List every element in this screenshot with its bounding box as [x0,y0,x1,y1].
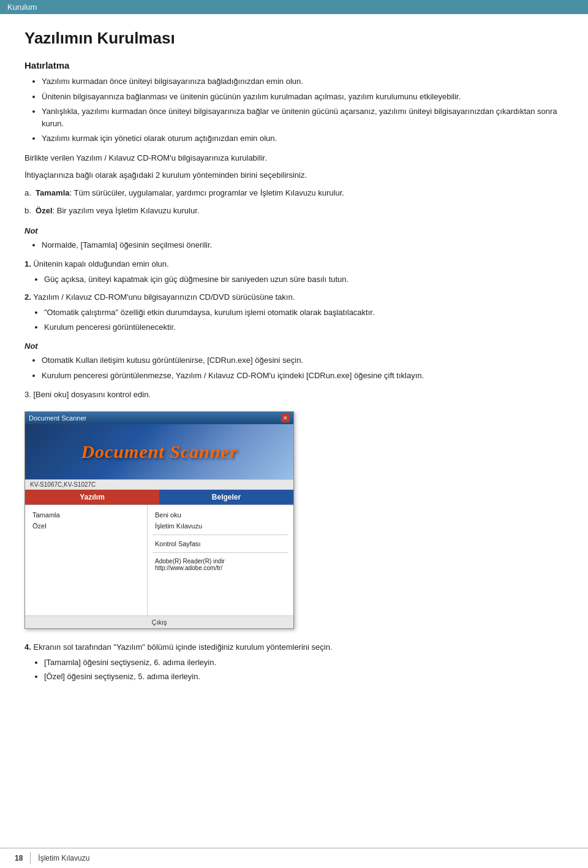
step-1-subs: Güç açıksa, üniteyi kapatmak için güç dü… [44,273,564,286]
step-4: 4. Ekranın sol tarafından "Yazılım" bölü… [24,641,564,683]
option-b: b. Özel: Bir yazılım veya İşletim Kılavu… [24,205,564,218]
document-scanner-window: Document Scanner ✕ Document Scanner KV-S… [24,411,294,629]
page-title: Yazılımın Kurulması [24,29,564,48]
scanner-footer-exit[interactable]: Çıkış [25,615,293,628]
hatirlatma-section: Hatırlatma Yazılımı kurmadan önce ünitey… [24,60,564,145]
footer-label: İşletim Kılavuzu [38,854,89,862]
right-item-adobe: Adobe(R) Reader(R) indir http://www.adob… [153,557,288,573]
option-b-label: b. [24,206,31,215]
step-2-num: 2. [24,292,31,302]
note1-label: Not [24,226,564,235]
scanner-close-button[interactable]: ✕ [281,414,290,422]
option-a-rest: : Tüm sürücüler, uygulamalar, yardımcı p… [69,188,344,197]
scanner-tabs: Yazılım Belgeler [25,490,293,505]
step-3-num: 3. [24,390,31,399]
step-4-num: 4. [24,642,31,652]
step-1-num: 1. [24,259,31,268]
step-4-subs: [Tamamla] öğesini seçtiyseniz, 6. adıma … [44,657,564,683]
option-a: a. Tamamla: Tüm sürücüler, uygulamalar, … [24,187,564,200]
main-content: Yazılımın Kurulması Hatırlatma Yazılımı … [0,14,588,715]
header-title: Kurulum [7,2,37,12]
footer-divider [30,852,31,864]
step-1-text: Ünitenin kapalı olduğundan emin olun. [33,259,168,268]
left-item-ozel[interactable]: Özel [30,521,142,531]
separator [153,552,288,553]
scanner-body: Tamamla Özel Beni oku İşletim Kılavuzu K… [25,505,293,615]
scanner-model: KV-S1067C,KV-S1027C [25,479,293,490]
step-4-text: Ekranın sol tarafından "Yazılım" bölümü … [33,642,332,652]
list-item: Kurulum penceresi görüntülenmezse, Yazıl… [42,370,564,382]
list-item: Yazılımı kurmak için yönetici olarak otu… [42,132,564,145]
right-item-isletim[interactable]: İşletim Kılavuzu [153,521,288,531]
right-item-kontrol[interactable]: Kontrol Sayfası [153,539,288,549]
note1-list: Normalde, [Tamamla] öğesinin seçilmesi ö… [42,239,564,251]
step-3: 3. [Beni oku] dosyasını kontrol edin. [24,389,564,402]
list-item: Yazılımı kurmadan önce üniteyi bilgisaya… [42,75,564,88]
step-2-subs: "Otomatik çalıştırma" özelliği etkin dur… [44,306,564,333]
list-item: [Özel] öğesini seçtiyseniz, 5. adıma ile… [44,671,564,683]
list-item: Normalde, [Tamamla] öğesinin seçilmesi ö… [42,239,564,251]
left-item-tamamla[interactable]: Tamamla [30,510,142,520]
note2-label: Not [24,341,564,351]
tab-yazilim[interactable]: Yazılım [25,490,159,504]
step-2-text: Yazılım / Kılavuz CD-ROM'unu bilgisayarı… [33,292,295,302]
para-1: Birlikte verilen Yazılım / Kılavuz CD-RO… [24,152,564,165]
note2-list: Otomatik Kullan iletişim kutusu görüntül… [42,354,564,381]
hatirlatma-list: Yazılımı kurmadan önce üniteyi bilgisaya… [42,75,564,145]
list-item: "Otomatik çalıştırma" özelliği etkin dur… [44,306,564,319]
option-b-rest: : Bir yazılım veya İşletim Kılavuzu kuru… [53,206,200,215]
screenshot-area: Document Scanner ✕ Document Scanner KV-S… [24,411,564,629]
list-item: Yanlışlıkla, yazılımı kurmadan önce ünit… [42,105,564,129]
scanner-right-panel: Beni oku İşletim Kılavuzu Kontrol Sayfas… [148,505,293,615]
step-3-text: [Beni oku] dosyasını kontrol edin. [33,390,151,399]
top-header-bar: Kurulum [0,0,588,14]
list-item: Ünitenin bilgisayarınıza bağlanması ve ü… [42,91,564,103]
scanner-window-title: Document Scanner [29,414,86,422]
list-item: Güç açıksa, üniteyi kapatmak için güç dü… [44,273,564,286]
option-a-bold: Tamamla [36,188,69,197]
separator [153,535,288,535]
list-item: Kurulum penceresi görüntülenecektir. [44,321,564,333]
page-number: 18 [15,854,23,862]
option-b-bold: Özel [36,206,52,215]
right-item-beni-oku[interactable]: Beni oku [153,510,288,520]
tab-belgeler[interactable]: Belgeler [159,490,293,504]
hatirlatma-heading: Hatırlatma [24,60,564,70]
step4-list: 4. Ekranın sol tarafından "Yazılım" bölü… [24,641,564,683]
scanner-banner-title: Document Scanner [81,441,237,462]
scanner-banner: Document Scanner [25,424,293,479]
scanner-titlebar: Document Scanner ✕ [25,412,293,424]
scanner-left-panel: Tamamla Özel [25,505,148,615]
para-2: İhtiyaçlarınıza bağlı olarak aşağıdaki 2… [24,169,564,182]
bottom-bar: 18 İşletim Kılavuzu [0,848,588,868]
option-a-label: a. [24,188,31,197]
list-item: [Tamamla] öğesini seçtiyseniz, 6. adıma … [44,657,564,669]
step-2: 2. Yazılım / Kılavuz CD-ROM'unu bilgisay… [24,291,564,333]
step-1: 1. Ünitenin kapalı olduğundan emin olun.… [24,258,564,285]
list-item: Otomatik Kullan iletişim kutusu görüntül… [42,354,564,367]
steps-list: 1. Ünitenin kapalı olduğundan emin olun.… [24,258,564,333]
